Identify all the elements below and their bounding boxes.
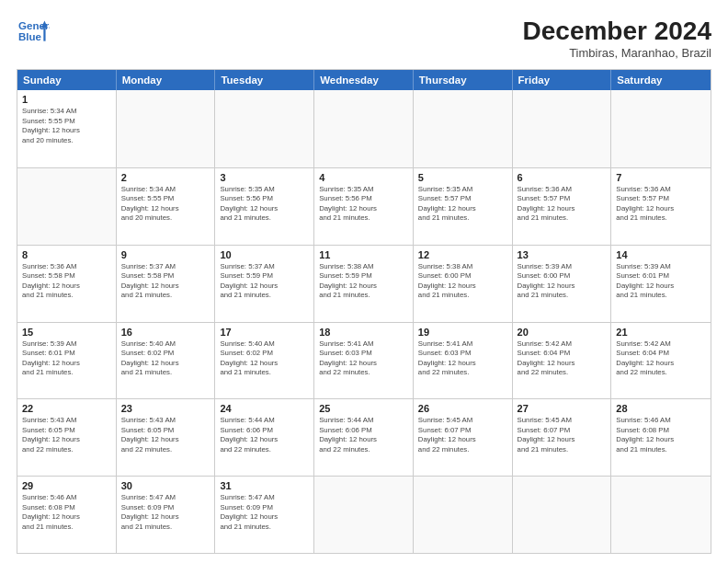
day-number: 30	[121, 480, 210, 491]
calendar-row: 2Sunrise: 5:34 AM Sunset: 5:55 PM Daylig…	[17, 167, 711, 245]
day-number: 20	[518, 327, 607, 338]
day-info: Sunrise: 5:40 AM Sunset: 6:02 PM Dayligh…	[220, 339, 309, 378]
day-number: 21	[616, 327, 706, 338]
calendar-cell: 22Sunrise: 5:43 AM Sunset: 6:05 PM Dayli…	[17, 399, 117, 476]
day-number: 1	[22, 94, 111, 105]
title-block: December 2024 Timbiras, Maranhao, Brazil	[523, 17, 711, 60]
calendar-cell: 17Sunrise: 5:40 AM Sunset: 6:02 PM Dayli…	[215, 323, 314, 399]
day-info: Sunrise: 5:45 AM Sunset: 6:07 PM Dayligh…	[518, 416, 607, 454]
day-info: Sunrise: 5:46 AM Sunset: 6:08 PM Dayligh…	[616, 416, 706, 454]
day-number: 15	[22, 327, 111, 338]
calendar-cell: 30Sunrise: 5:47 AM Sunset: 6:09 PM Dayli…	[117, 477, 216, 553]
day-info: Sunrise: 5:42 AM Sunset: 6:04 PM Dayligh…	[518, 339, 607, 378]
calendar-cell	[611, 477, 711, 553]
day-number: 16	[121, 327, 210, 338]
calendar-cell: 10Sunrise: 5:37 AM Sunset: 5:59 PM Dayli…	[215, 246, 314, 322]
calendar-cell: 21Sunrise: 5:42 AM Sunset: 6:04 PM Dayli…	[611, 323, 711, 399]
calendar-cell: 26Sunrise: 5:45 AM Sunset: 6:07 PM Dayli…	[414, 399, 513, 476]
header-cell-friday: Friday	[513, 70, 612, 90]
month-year: December 2024	[523, 17, 711, 46]
day-number: 7	[616, 172, 706, 183]
header-cell-sunday: Sunday	[17, 70, 117, 90]
calendar-cell: 7Sunrise: 5:36 AM Sunset: 5:57 PM Daylig…	[611, 168, 711, 245]
day-info: Sunrise: 5:41 AM Sunset: 6:03 PM Dayligh…	[319, 339, 408, 378]
calendar-cell: 1Sunrise: 5:34 AM Sunset: 5:55 PM Daylig…	[17, 90, 117, 167]
day-info: Sunrise: 5:35 AM Sunset: 5:56 PM Dayligh…	[220, 185, 309, 224]
calendar-cell	[117, 90, 216, 167]
calendar-cell: 28Sunrise: 5:46 AM Sunset: 6:08 PM Dayli…	[611, 399, 711, 476]
calendar-cell: 25Sunrise: 5:44 AM Sunset: 6:06 PM Dayli…	[314, 399, 414, 476]
calendar-cell: 15Sunrise: 5:39 AM Sunset: 6:01 PM Dayli…	[17, 323, 117, 399]
day-info: Sunrise: 5:38 AM Sunset: 5:59 PM Dayligh…	[319, 262, 408, 301]
day-info: Sunrise: 5:46 AM Sunset: 6:08 PM Dayligh…	[22, 493, 111, 532]
day-number: 6	[518, 172, 607, 183]
calendar-cell	[513, 477, 612, 553]
day-info: Sunrise: 5:41 AM Sunset: 6:03 PM Dayligh…	[418, 339, 507, 378]
calendar-cell: 27Sunrise: 5:45 AM Sunset: 6:07 PM Dayli…	[513, 399, 612, 476]
header-cell-tuesday: Tuesday	[215, 70, 314, 90]
day-info: Sunrise: 5:47 AM Sunset: 6:09 PM Dayligh…	[220, 493, 309, 532]
day-number: 18	[319, 327, 408, 338]
day-info: Sunrise: 5:37 AM Sunset: 5:59 PM Dayligh…	[220, 262, 309, 301]
day-info: Sunrise: 5:35 AM Sunset: 5:56 PM Dayligh…	[319, 185, 408, 224]
logo-icon: General Blue	[17, 17, 50, 46]
header-cell-thursday: Thursday	[414, 70, 513, 90]
calendar-cell: 23Sunrise: 5:43 AM Sunset: 6:05 PM Dayli…	[117, 399, 216, 476]
day-number: 29	[22, 480, 111, 491]
day-number: 19	[418, 327, 507, 338]
day-number: 3	[220, 172, 309, 183]
calendar-cell	[314, 477, 414, 553]
logo: General Blue	[17, 17, 50, 46]
day-info: Sunrise: 5:42 AM Sunset: 6:04 PM Dayligh…	[616, 339, 706, 378]
calendar-cell: 11Sunrise: 5:38 AM Sunset: 5:59 PM Dayli…	[314, 246, 414, 322]
calendar-row: 29Sunrise: 5:46 AM Sunset: 6:08 PM Dayli…	[17, 476, 711, 553]
day-info: Sunrise: 5:39 AM Sunset: 6:01 PM Dayligh…	[616, 262, 706, 301]
svg-text:Blue: Blue	[18, 31, 42, 42]
calendar-cell	[414, 90, 513, 167]
day-number: 24	[220, 403, 309, 414]
day-info: Sunrise: 5:36 AM Sunset: 5:57 PM Dayligh…	[518, 185, 607, 224]
day-number: 26	[418, 403, 507, 414]
calendar-header: SundayMondayTuesdayWednesdayThursdayFrid…	[17, 70, 711, 90]
day-number: 9	[121, 249, 210, 260]
day-number: 12	[418, 249, 507, 260]
day-info: Sunrise: 5:36 AM Sunset: 5:58 PM Dayligh…	[22, 262, 111, 301]
calendar-row: 1Sunrise: 5:34 AM Sunset: 5:55 PM Daylig…	[17, 90, 711, 167]
day-number: 8	[22, 249, 111, 260]
calendar-cell: 6Sunrise: 5:36 AM Sunset: 5:57 PM Daylig…	[513, 168, 612, 245]
day-number: 5	[418, 172, 507, 183]
calendar: SundayMondayTuesdayWednesdayThursdayFrid…	[17, 69, 711, 554]
calendar-row: 22Sunrise: 5:43 AM Sunset: 6:05 PM Dayli…	[17, 398, 711, 476]
header-cell-monday: Monday	[117, 70, 216, 90]
day-number: 2	[121, 172, 210, 183]
day-info: Sunrise: 5:35 AM Sunset: 5:57 PM Dayligh…	[418, 185, 507, 224]
calendar-cell: 20Sunrise: 5:42 AM Sunset: 6:04 PM Dayli…	[513, 323, 612, 399]
day-number: 10	[220, 249, 309, 260]
day-info: Sunrise: 5:43 AM Sunset: 6:05 PM Dayligh…	[121, 416, 210, 454]
day-info: Sunrise: 5:39 AM Sunset: 6:00 PM Dayligh…	[518, 262, 607, 301]
day-number: 22	[22, 403, 111, 414]
calendar-row: 15Sunrise: 5:39 AM Sunset: 6:01 PM Dayli…	[17, 322, 711, 399]
header-cell-wednesday: Wednesday	[314, 70, 414, 90]
calendar-cell: 3Sunrise: 5:35 AM Sunset: 5:56 PM Daylig…	[215, 168, 314, 245]
calendar-cell	[513, 90, 612, 167]
calendar-cell: 14Sunrise: 5:39 AM Sunset: 6:01 PM Dayli…	[611, 246, 711, 322]
day-number: 14	[616, 249, 706, 260]
calendar-body: 1Sunrise: 5:34 AM Sunset: 5:55 PM Daylig…	[17, 90, 711, 553]
calendar-cell: 16Sunrise: 5:40 AM Sunset: 6:02 PM Dayli…	[117, 323, 216, 399]
calendar-cell: 9Sunrise: 5:37 AM Sunset: 5:58 PM Daylig…	[117, 246, 216, 322]
day-info: Sunrise: 5:38 AM Sunset: 6:00 PM Dayligh…	[418, 262, 507, 301]
day-number: 17	[220, 327, 309, 338]
calendar-cell: 8Sunrise: 5:36 AM Sunset: 5:58 PM Daylig…	[17, 246, 117, 322]
calendar-cell: 19Sunrise: 5:41 AM Sunset: 6:03 PM Dayli…	[414, 323, 513, 399]
calendar-cell	[611, 90, 711, 167]
day-info: Sunrise: 5:34 AM Sunset: 5:55 PM Dayligh…	[22, 107, 111, 145]
day-number: 25	[319, 403, 408, 414]
calendar-cell: 31Sunrise: 5:47 AM Sunset: 6:09 PM Dayli…	[215, 477, 314, 553]
calendar-cell: 5Sunrise: 5:35 AM Sunset: 5:57 PM Daylig…	[414, 168, 513, 245]
calendar-cell	[314, 90, 414, 167]
calendar-cell: 24Sunrise: 5:44 AM Sunset: 6:06 PM Dayli…	[215, 399, 314, 476]
day-number: 11	[319, 249, 408, 260]
page: General Blue December 2024 Timbiras, Mar…	[0, 0, 728, 563]
header: General Blue December 2024 Timbiras, Mar…	[17, 17, 711, 60]
